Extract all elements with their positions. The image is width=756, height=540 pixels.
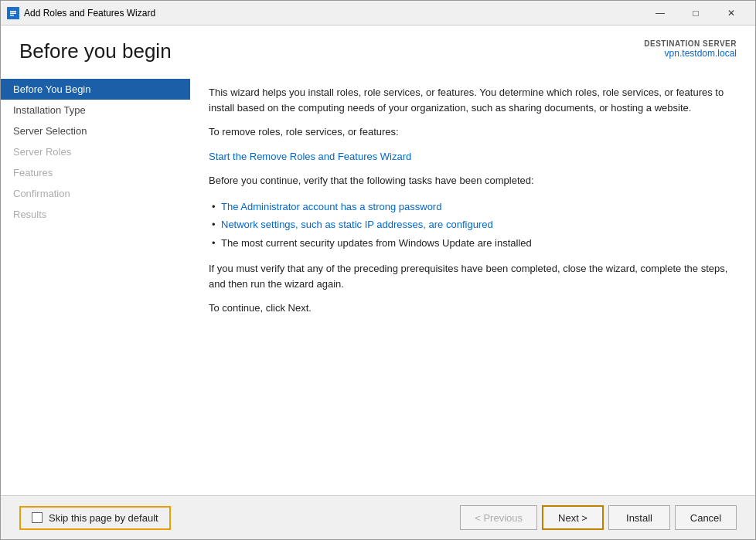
- previous-button[interactable]: < Previous: [460, 505, 537, 530]
- footer-buttons: < Previous Next > Install Cancel: [460, 505, 737, 530]
- list-item: The most current security updates from W…: [209, 234, 737, 253]
- svg-rect-1: [10, 11, 16, 12]
- svg-rect-3: [10, 15, 14, 16]
- sidebar-item-server-roles: Server Roles: [1, 141, 190, 162]
- window-title: Add Roles and Features Wizard: [24, 8, 642, 19]
- page-title: Before you begin: [19, 39, 172, 63]
- cancel-button[interactable]: Cancel: [675, 505, 737, 530]
- skip-checkbox-area[interactable]: Skip this page by default: [19, 506, 171, 530]
- titlebar: Add Roles and Features Wizard — □ ✕: [1, 1, 755, 25]
- destination-value: vpn.testdom.local: [644, 48, 737, 59]
- sidebar-item-confirmation: Confirmation: [1, 183, 190, 204]
- remove-roles-link[interactable]: Start the Remove Roles and Features Wiza…: [209, 151, 411, 162]
- maximize-button[interactable]: □: [678, 1, 713, 25]
- prerequisites-list: The Administrator account has a strong p…: [209, 198, 737, 253]
- list-item: The Administrator account has a strong p…: [209, 198, 737, 216]
- destination-label: DESTINATION SERVER: [644, 39, 737, 48]
- window-controls: — □ ✕: [642, 1, 749, 25]
- wizard-window: Add Roles and Features Wizard — □ ✕ Befo…: [0, 0, 756, 540]
- content-para3: Before you continue, verify that the fol…: [209, 173, 737, 188]
- svg-rect-2: [10, 12, 16, 14]
- list-item: Network settings, such as static IP addr…: [209, 216, 737, 234]
- content-para2: To remove roles, role services, or featu…: [209, 124, 737, 140]
- sidebar-item-results: Results: [1, 204, 190, 225]
- page-header: Before you begin DESTINATION SERVER vpn.…: [1, 25, 755, 73]
- footer: Skip this page by default < Previous Nex…: [1, 495, 755, 539]
- content-para4: If you must verify that any of the prece…: [209, 261, 737, 291]
- wizard-body: Before You Begin Installation Type Serve…: [1, 73, 755, 495]
- content-para5: To continue, click Next.: [209, 301, 737, 316]
- skip-label: Skip this page by default: [49, 512, 158, 524]
- bullet-link-1[interactable]: The Administrator account has a strong p…: [221, 201, 441, 212]
- app-icon: [7, 7, 19, 19]
- main-content: Before you begin DESTINATION SERVER vpn.…: [1, 25, 755, 539]
- sidebar-item-installation-type[interactable]: Installation Type: [1, 100, 190, 121]
- skip-checkbox[interactable]: [32, 512, 43, 523]
- close-button[interactable]: ✕: [713, 1, 749, 25]
- bullet-link-2[interactable]: Network settings, such as static IP addr…: [221, 219, 493, 230]
- content-panel: This wizard helps you install roles, rol…: [190, 73, 755, 495]
- next-button[interactable]: Next >: [542, 505, 604, 530]
- sidebar-item-before-you-begin[interactable]: Before You Begin: [1, 79, 190, 100]
- destination-server-info: DESTINATION SERVER vpn.testdom.local: [644, 39, 737, 59]
- content-para1: This wizard helps you install roles, rol…: [209, 85, 737, 115]
- sidebar: Before You Begin Installation Type Serve…: [1, 73, 190, 495]
- sidebar-item-server-selection[interactable]: Server Selection: [1, 121, 190, 141]
- install-button[interactable]: Install: [608, 505, 670, 530]
- sidebar-item-features: Features: [1, 162, 190, 183]
- minimize-button[interactable]: —: [642, 1, 678, 25]
